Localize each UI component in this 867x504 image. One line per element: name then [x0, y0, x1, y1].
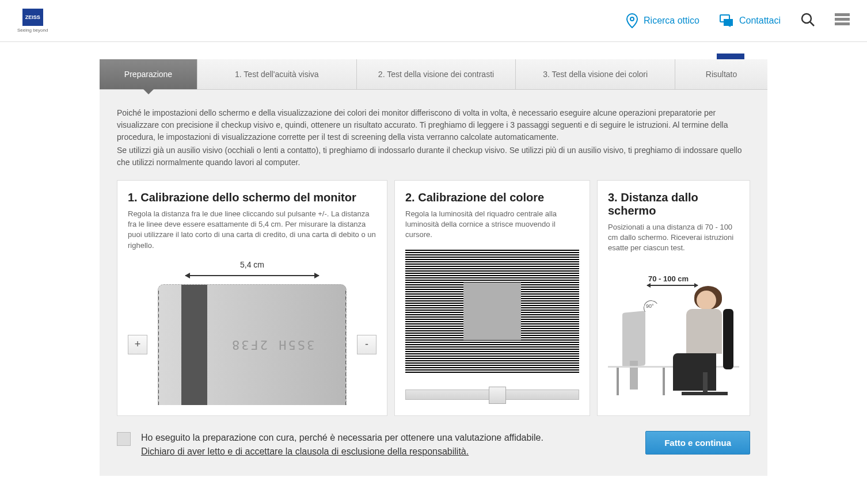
brightness-slider[interactable]	[405, 390, 579, 400]
disclaimer-link[interactable]: Dichiaro di aver letto e di accettare la…	[141, 446, 469, 456]
tab-label: 2. Test della visione dei contrasti	[378, 70, 494, 79]
step-tabs: Preparazione 1. Test dell'acuità visiva …	[100, 59, 767, 90]
main-container: Preparazione 1. Test dell'acuità visiva …	[100, 59, 767, 476]
slider-thumb[interactable]	[489, 387, 506, 404]
panel-description: Regola la luminosità del riquadro centra…	[405, 209, 579, 240]
color-inner-square	[463, 282, 521, 340]
tab-color-test[interactable]: 3. Test della visione dei colori	[516, 59, 675, 89]
menu-button[interactable]	[835, 13, 850, 28]
person-head	[697, 291, 716, 310]
tab-label: 3. Test della visione dei colori	[543, 70, 648, 79]
panel-description: Regola la distanza fra le due linee clic…	[128, 209, 377, 251]
measurement-arrow	[185, 270, 319, 282]
hamburger-icon	[835, 13, 850, 26]
panel-screen-distance: 3. Distanza dallo schermo Posizionati a …	[597, 180, 750, 416]
panel-title: 2. Calibrazione del colore	[405, 191, 579, 204]
svg-line-3	[810, 22, 814, 26]
measurement-label: 5,4 cm	[128, 260, 377, 269]
panel-color-calibration: 2. Calibrazione del colore Regola la lum…	[394, 180, 590, 416]
brand-logo[interactable]: ZEISS Seeing beyond	[17, 9, 48, 33]
card-digits: 3S5H 2F38	[230, 338, 314, 352]
confirmation-text: Ho eseguito la preparazione con cura, pe…	[141, 431, 543, 459]
continue-button[interactable]: Fatto e continua	[645, 431, 750, 455]
angle-label: 90°	[646, 303, 654, 309]
tab-label: 1. Test dell'acuità visiva	[235, 70, 319, 79]
logo-mark: ZEISS	[22, 9, 43, 26]
person-legs	[673, 353, 716, 391]
confirmation-checkbox[interactable]	[117, 432, 131, 446]
panel-description: Posizionati a una distanza di 70 - 100 c…	[608, 222, 739, 254]
tab-preparation[interactable]: Preparazione	[100, 59, 197, 89]
calibration-controls: + 3S5H 2F38 -	[128, 284, 377, 405]
confirmation-statement: Ho eseguito la preparazione con cura, pe…	[141, 433, 543, 442]
optician-search-label: Ricerca ottico	[644, 16, 699, 26]
panel-title: 3. Distanza dallo schermo	[608, 191, 739, 217]
content-area: Poiché le impostazioni dello schermo e d…	[100, 90, 767, 476]
contact-link[interactable]: Contattaci	[720, 14, 781, 27]
panel-title: 1. Calibrazione dello schermo del monito…	[128, 191, 377, 204]
panel-screen-calibration: 1. Calibrazione dello schermo del monito…	[117, 180, 387, 416]
tab-contrast-test[interactable]: 2. Test della visione dei contrasti	[357, 59, 516, 89]
logo-tagline: Seeing beyond	[17, 28, 48, 33]
intro-text: Poiché le impostazioni dello schermo e d…	[117, 107, 750, 169]
color-pattern	[405, 250, 579, 373]
credit-card-visual: 3S5H 2F38	[158, 284, 347, 405]
monitor-stand-icon	[630, 361, 638, 390]
search-button[interactable]	[801, 13, 815, 29]
intro-paragraph-2: Se utilizzi già un ausilio visivo (occhi…	[117, 144, 750, 169]
desk-leg-icon	[617, 368, 619, 395]
tab-acuity-test[interactable]: 1. Test dell'acuità visiva	[197, 59, 357, 89]
tab-label: Risultato	[706, 70, 737, 79]
svg-point-0	[630, 17, 634, 21]
distance-illustration: 70 - 100 cm 90°	[608, 263, 739, 395]
svg-rect-5	[835, 18, 850, 21]
svg-rect-4	[835, 13, 850, 16]
map-pin-icon	[626, 13, 638, 28]
calibration-panels: 1. Calibrazione dello schermo del monito…	[117, 180, 750, 416]
tab-result[interactable]: Risultato	[675, 59, 767, 89]
intro-paragraph-1: Poiché le impostazioni dello schermo e d…	[117, 107, 750, 143]
chat-icon	[720, 14, 733, 27]
site-header: ZEISS Seeing beyond Ricerca ottico Conta…	[0, 0, 867, 42]
person-illustration	[659, 280, 733, 395]
chair-back-icon	[723, 309, 733, 369]
confirmation-group: Ho eseguito la preparazione con cura, pe…	[117, 431, 543, 459]
optician-search-link[interactable]: Ricerca ottico	[626, 13, 699, 28]
svg-point-2	[802, 14, 811, 23]
decrease-button[interactable]: -	[357, 335, 377, 354]
person-body	[686, 309, 722, 354]
header-actions: Ricerca ottico Contattaci	[626, 13, 850, 29]
chair-base-icon	[682, 392, 728, 395]
increase-button[interactable]: +	[128, 335, 147, 354]
confirmation-row: Ho eseguito la preparazione con cura, pe…	[117, 431, 750, 459]
svg-rect-6	[835, 22, 850, 25]
search-icon	[801, 13, 815, 26]
contact-label: Contattaci	[739, 16, 781, 26]
monitor-icon	[622, 311, 645, 367]
tab-label: Preparazione	[124, 70, 172, 79]
